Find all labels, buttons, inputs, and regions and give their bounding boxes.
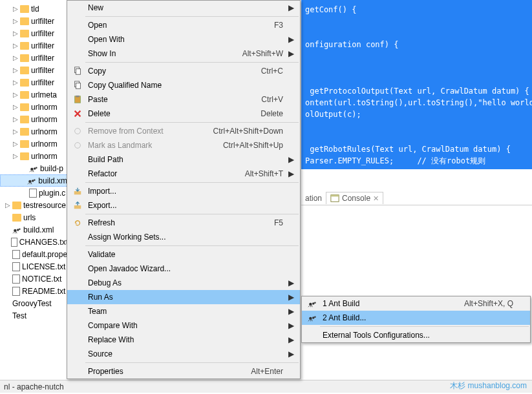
tree-item[interactable]: ▷testresource <box>0 199 68 211</box>
project-explorer-tree[interactable]: ▷tld▷urlfilter▷urlfilter▷urlfilter▷urlfi… <box>0 0 68 394</box>
menu-item-debug-as[interactable]: Debug As▶ <box>67 276 300 290</box>
menu-item-run-as[interactable]: Run As▶ <box>67 290 300 304</box>
tree-item[interactable]: ▷urlfilter <box>0 52 68 64</box>
tree-item[interactable]: NOTICE.txt <box>0 273 68 285</box>
folder-icon <box>20 103 29 111</box>
tree-item[interactable]: ▷urlfilter <box>0 76 68 88</box>
menu-item-label: Paste <box>84 95 261 104</box>
tree-item[interactable]: GroovyTest <box>0 297 68 309</box>
expand-arrow[interactable]: ▷ <box>5 202 11 209</box>
menu-item-label: Refactor <box>84 169 245 178</box>
svg-point-4 <box>32 180 34 182</box>
submenu-item-2-ant-build-[interactable]: 2 Ant Build... <box>302 311 530 325</box>
menu-item-open[interactable]: OpenF3 <box>67 18 300 32</box>
menu-item-shortcut: Ctrl+V <box>261 95 288 104</box>
expand-arrow[interactable]: ▷ <box>13 116 19 123</box>
tree-item[interactable]: ▷urlfilter <box>0 15 68 27</box>
delete-icon <box>71 109 84 118</box>
menu-item-label: Open <box>84 21 274 30</box>
menu-item-label: Team <box>84 307 283 316</box>
menu-item-properties[interactable]: PropertiesAlt+Enter <box>67 364 300 378</box>
menu-item-copy[interactable]: CopyCtrl+C <box>67 64 300 78</box>
tab-declaration[interactable]: ation <box>301 192 326 204</box>
menu-item-paste[interactable]: PasteCtrl+V <box>67 92 300 107</box>
expand-arrow[interactable]: ▷ <box>13 17 19 25</box>
menu-item-replace-with[interactable]: Replace With▶ <box>67 333 300 347</box>
run-as-submenu[interactable]: 1 Ant BuildAlt+Shift+X, Q2 Ant Build...E… <box>301 296 531 343</box>
mark-icon <box>71 141 84 150</box>
menu-item-import-[interactable]: Import... <box>67 184 300 198</box>
expand-arrow[interactable]: ▷ <box>13 42 19 49</box>
submenu-item-1-ant-build[interactable]: 1 Ant BuildAlt+Shift+X, Q <box>302 296 530 311</box>
tab-console[interactable]: Console ✕ <box>326 192 383 204</box>
folder-icon <box>12 202 21 209</box>
menu-item-export-[interactable]: Export... <box>67 198 300 213</box>
expand-arrow[interactable]: ▷ <box>13 30 19 37</box>
expand-arrow[interactable]: ▷ <box>13 128 19 135</box>
tree-item[interactable]: ▷urlnorm <box>0 138 68 150</box>
menu-item-build-path[interactable]: Build Path▶ <box>67 152 300 167</box>
menu-item-shortcut: F3 <box>274 21 288 30</box>
expand-arrow[interactable]: ▷ <box>13 79 19 86</box>
tree-item[interactable]: ▷tld <box>0 3 68 15</box>
tree-item[interactable]: build.xml <box>0 223 68 236</box>
tree-item[interactable]: README.txt <box>0 285 68 297</box>
menu-item-new[interactable]: New▶ <box>67 1 300 15</box>
close-icon[interactable]: ✕ <box>373 194 379 203</box>
tree-item[interactable]: LICENSE.txt <box>0 260 68 273</box>
context-menu[interactable]: New▶OpenF3Open With▶Show InAlt+Shift+W▶C… <box>67 0 301 379</box>
tree-item-label: urlnorm <box>31 127 58 136</box>
menu-item-source[interactable]: Source▶ <box>67 347 300 361</box>
expand-arrow[interactable]: ▷ <box>13 140 19 147</box>
folder-icon <box>20 30 29 37</box>
menu-item-show-in[interactable]: Show InAlt+Shift+W▶ <box>67 47 300 61</box>
expand-arrow[interactable]: ▷ <box>13 54 19 61</box>
tree-item[interactable]: ▷urlnorm <box>0 125 68 138</box>
menu-item-mark-as-landmark: Mark as LandmarkCtrl+Alt+Shift+Up <box>67 138 300 152</box>
menu-item-refresh[interactable]: RefreshF5 <box>67 216 300 230</box>
submenu-item-external-tools-configurations-[interactable]: External Tools Configurations... <box>302 328 530 342</box>
tree-item-label: urlfilter <box>31 78 54 87</box>
expand-arrow[interactable]: ▷ <box>13 152 19 160</box>
menu-item-assign-working-sets-[interactable]: Assign Working Sets... <box>67 230 300 244</box>
tree-item[interactable]: default.prope <box>0 248 68 260</box>
tree-item[interactable]: Test <box>0 309 68 322</box>
tree-item[interactable]: build-p <box>0 162 68 174</box>
submenu-arrow-icon: ▶ <box>288 155 296 164</box>
menu-item-team[interactable]: Team▶ <box>67 304 300 318</box>
tree-item[interactable]: plugin.c <box>0 187 68 199</box>
folder-icon <box>12 214 21 222</box>
expand-arrow[interactable]: ▷ <box>13 91 19 98</box>
tree-item[interactable]: CHANGES.txt <box>0 236 68 248</box>
menu-item-copy-qualified-name[interactable]: Copy Qualified Name <box>67 78 300 92</box>
tree-item[interactable]: ▷urlfilter <box>0 64 68 76</box>
svg-rect-16 <box>76 96 79 98</box>
ant-icon <box>306 299 319 308</box>
svg-point-24 <box>309 317 312 320</box>
menu-item-validate[interactable]: Validate <box>67 247 300 262</box>
expand-arrow[interactable]: ▷ <box>13 103 19 110</box>
tree-item-label: urlfilter <box>31 29 54 38</box>
expand-arrow[interactable]: ▷ <box>13 5 19 12</box>
tree-item[interactable]: urls <box>0 211 68 223</box>
menu-item-open-with[interactable]: Open With▶ <box>67 32 300 47</box>
tree-item[interactable]: ▷urlnorm <box>0 150 68 162</box>
tree-item[interactable]: ▷urlmeta <box>0 88 68 101</box>
menu-item-refactor[interactable]: RefactorAlt+Shift+T▶ <box>67 167 300 181</box>
menu-item-label: Delete <box>84 109 261 118</box>
svg-rect-10 <box>331 195 339 197</box>
svg-point-8 <box>19 228 20 229</box>
tree-item[interactable]: ▷urlfilter <box>0 39 68 52</box>
menu-item-compare-with[interactable]: Compare With▶ <box>67 318 300 333</box>
submenu-arrow-icon: ▶ <box>288 349 296 358</box>
file-icon <box>11 238 17 247</box>
tree-item[interactable]: ▷urlfilter <box>0 27 68 39</box>
ant-icon <box>27 176 36 185</box>
tree-item[interactable]: build.xm <box>0 174 68 187</box>
menu-item-open-javadoc-wizard-[interactable]: Open Javadoc Wizard... <box>67 262 300 276</box>
file-icon <box>12 262 20 271</box>
tree-item[interactable]: ▷urlnorm <box>0 101 68 113</box>
expand-arrow[interactable]: ▷ <box>13 67 19 74</box>
menu-item-delete[interactable]: DeleteDelete <box>67 107 300 121</box>
tree-item[interactable]: ▷urlnorm <box>0 113 68 125</box>
